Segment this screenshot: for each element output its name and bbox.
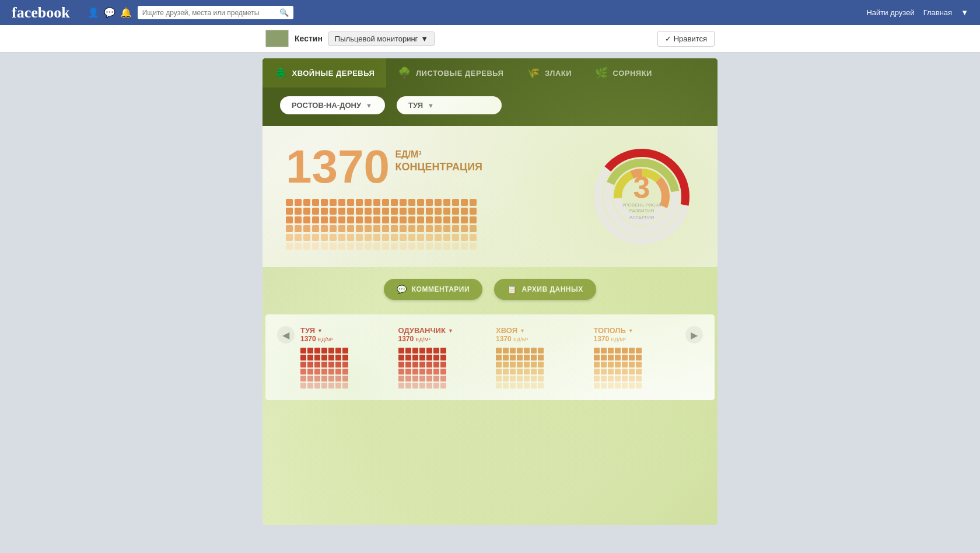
concentration-dot	[303, 208, 310, 215]
col-oduvanchik-value: 1370 ЕД/М³	[398, 335, 485, 343]
comments-button[interactable]: 💬 КОММЕНТАРИИ	[384, 279, 482, 300]
col-topol-value: 1370 ЕД/М³	[594, 335, 680, 343]
page-avatar	[265, 30, 289, 47]
col-hvoya-arrow[interactable]: ▼	[520, 328, 525, 334]
table-dot	[433, 376, 439, 382]
dropdown-icon[interactable]: ▼	[961, 8, 968, 17]
notifications-icon[interactable]: 🔔	[120, 7, 132, 18]
concentration-dot	[382, 243, 389, 250]
concentration-dot	[470, 234, 477, 241]
table-dot	[426, 376, 432, 382]
concentration-dot	[286, 208, 293, 215]
col-tuya-value: 1370 ЕД/М³	[300, 335, 387, 343]
concentration-dot	[356, 216, 363, 223]
table-dot	[531, 355, 537, 360]
concentration-dot	[303, 243, 310, 250]
page-bar: Кестин Пыльцевой мониторинг ▼ ✓ Нравится	[257, 25, 723, 52]
table-dot	[321, 355, 327, 360]
col-oduvanchik-arrow[interactable]: ▼	[448, 328, 453, 334]
page-tab[interactable]: Пыльцевой мониторинг ▼	[328, 32, 435, 46]
like-button[interactable]: ✓ Нравится	[657, 31, 715, 47]
concentration-dot	[400, 199, 407, 206]
tab-weeds[interactable]: 🌿 СОРНЯКИ	[583, 58, 664, 88]
table-dot	[524, 376, 530, 382]
city-dropdown[interactable]: РОСТОВ-НА-ДОНУ ▼	[280, 96, 385, 114]
friends-icon[interactable]: 👤	[88, 7, 99, 18]
concentration-dot	[452, 208, 459, 215]
col-hvoya-value: 1370 ЕД/М³	[496, 335, 582, 343]
concentration-dot	[461, 243, 468, 250]
risk-number: 3	[621, 172, 662, 202]
home-link[interactable]: Главная	[923, 8, 952, 17]
concentration-dot	[461, 216, 468, 223]
search-input[interactable]	[142, 9, 276, 17]
table-dot	[503, 369, 509, 374]
col-oduvanchik-grid	[398, 348, 485, 388]
col-topol-arrow[interactable]: ▼	[628, 328, 634, 334]
table-dot	[503, 383, 509, 388]
find-friends-link[interactable]: Найти друзей	[866, 8, 914, 17]
concentration-dot	[443, 199, 450, 206]
concentration-dot	[330, 243, 337, 250]
table-dot	[398, 369, 404, 374]
table-dot	[594, 383, 600, 388]
table-dot	[510, 362, 516, 368]
concentration-dot	[303, 234, 310, 241]
deciduous-icon: 🌳	[398, 66, 411, 79]
table-dot	[524, 348, 530, 354]
concentration-dot	[452, 225, 459, 232]
concentration-dot	[347, 234, 354, 241]
concentration-dot	[312, 199, 319, 206]
concentration-dot	[400, 243, 407, 250]
table-dot	[342, 369, 348, 374]
archive-button[interactable]: 📋 АРХИВ ДАННЫХ	[494, 279, 596, 300]
concentration-dot	[321, 208, 328, 215]
comments-label: КОММЕНТАРИИ	[412, 285, 470, 293]
table-dot	[517, 348, 523, 354]
weeds-icon: 🌿	[595, 66, 608, 79]
table-dot	[433, 383, 439, 388]
concentration-dot	[321, 216, 328, 223]
table-dot	[510, 376, 516, 382]
concentration-dot	[426, 216, 433, 223]
table-dot	[321, 383, 327, 388]
concentration-dot	[312, 216, 319, 223]
col-topol-unit: ЕД/М³	[611, 337, 626, 342]
tab-cereals[interactable]: 🌾 ЗЛАКИ	[515, 58, 583, 88]
concentration-dot	[303, 225, 310, 232]
table-dot	[426, 362, 432, 368]
table-dot	[517, 369, 523, 374]
concentration-dot	[470, 199, 477, 206]
concentration-dot	[365, 234, 372, 241]
messages-icon[interactable]: 💬	[104, 7, 116, 18]
table-dot	[517, 355, 523, 360]
table-dot	[335, 376, 341, 382]
concentration-dot	[391, 243, 398, 250]
col-hvoya-unit: ЕД/М³	[513, 337, 528, 342]
table-dot	[412, 383, 418, 388]
table-dot	[328, 383, 334, 388]
table-dot	[601, 348, 607, 354]
table-dot	[538, 383, 544, 388]
next-arrow[interactable]: ▶	[685, 326, 703, 344]
col-hvoya-grid	[496, 348, 582, 388]
table-dot	[510, 355, 516, 360]
col-hvoya-number: 1370	[496, 335, 512, 343]
table-dot	[328, 348, 334, 354]
concentration-dot	[321, 243, 328, 250]
table-dot	[419, 369, 425, 374]
table-dot	[608, 383, 614, 388]
table-dot	[335, 369, 341, 374]
table-dot	[307, 348, 313, 354]
table-dot	[601, 355, 607, 360]
col-tuya-arrow[interactable]: ▼	[317, 328, 323, 334]
tab-deciduous[interactable]: 🌳 ЛИСТОВЫЕ ДЕРЕВЬЯ	[386, 58, 515, 88]
concentration-dot	[408, 225, 415, 232]
table-dot	[419, 355, 425, 360]
concentration-dot	[347, 243, 354, 250]
tab-coniferous[interactable]: 🌲 ХВОЙНЫЕ ДЕРЕВЬЯ	[262, 58, 386, 88]
bottom-table: ◀ ТУЯ ▼ 1370 ЕД/М³	[265, 314, 715, 400]
plant-dropdown[interactable]: ТУЯ ▼	[397, 96, 502, 114]
concentration-dot	[417, 199, 424, 206]
prev-arrow[interactable]: ◀	[277, 326, 295, 344]
